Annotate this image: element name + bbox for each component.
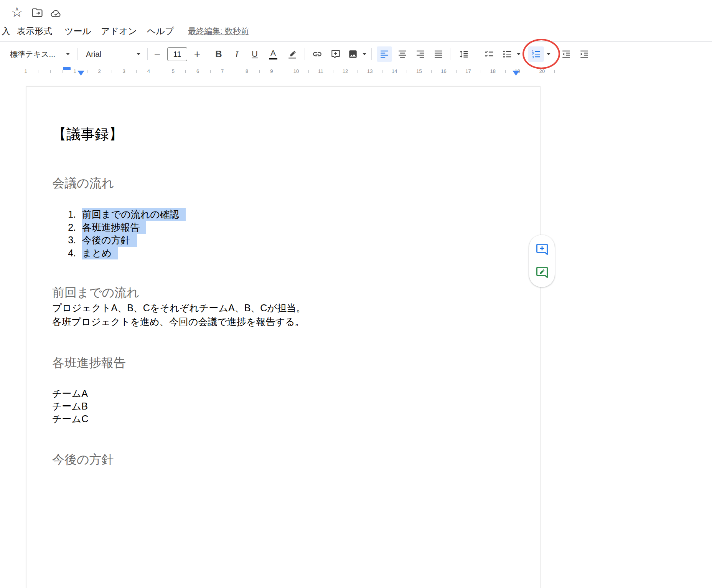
menu-addons[interactable]: アドオン bbox=[101, 24, 137, 38]
paragraph-line[interactable]: 各班プロジェクトを進め、今回の会議で進捗を報告する。 bbox=[52, 315, 305, 329]
font-dropdown[interactable]: Arial bbox=[82, 46, 144, 62]
heading-future-policy[interactable]: 今後の方針 bbox=[52, 452, 114, 467]
toolbar-divider bbox=[208, 48, 208, 60]
agenda-item[interactable]: 4. まとめ bbox=[26, 247, 540, 260]
align-right-button[interactable] bbox=[413, 46, 428, 62]
underline-button[interactable]: U bbox=[247, 46, 262, 62]
toolbar-divider bbox=[450, 48, 450, 60]
agenda-item[interactable]: 2. 各班進捗報告 bbox=[26, 221, 540, 234]
decrease-indent-button[interactable] bbox=[559, 46, 574, 62]
menu-format[interactable]: 表示形式 bbox=[17, 24, 52, 38]
ruler-margin-number: 1 bbox=[24, 66, 27, 77]
align-left-button[interactable] bbox=[377, 46, 392, 62]
ruler-tick bbox=[333, 70, 333, 73]
ruler-tick bbox=[481, 70, 481, 73]
paragraph-style-dropdown[interactable]: 標準テキス... bbox=[7, 46, 73, 62]
text-color-button[interactable]: A bbox=[265, 46, 281, 62]
ruler-number: 1 bbox=[73, 66, 76, 77]
numbered-list-dropdown-arrow[interactable] bbox=[545, 46, 552, 62]
ruler-number: 16 bbox=[441, 66, 446, 77]
ruler-tick bbox=[63, 70, 63, 73]
ruler-number: 5 bbox=[172, 66, 175, 77]
bullet-list-dropdown-arrow[interactable] bbox=[515, 46, 522, 62]
insert-image-dropdown-arrow[interactable] bbox=[361, 46, 368, 62]
ruler-tick bbox=[161, 70, 161, 73]
menu-help[interactable]: ヘルプ bbox=[147, 24, 174, 38]
star-icon[interactable]: ☆ bbox=[11, 4, 23, 21]
menubar: 入 表示形式 ツール アドオン ヘルプ 最終編集: 数秒前 bbox=[0, 24, 712, 38]
paragraph-line[interactable]: プロジェクトA、B、CをそれぞれチームA、B、Cが担当。 bbox=[52, 301, 306, 315]
add-comment-toolbar-button[interactable] bbox=[328, 46, 344, 62]
ruler-tick bbox=[554, 70, 555, 73]
agenda-number: 4. bbox=[59, 247, 76, 260]
justify-button[interactable] bbox=[431, 46, 446, 62]
doc-title[interactable]: 【議事録】 bbox=[52, 126, 123, 143]
bold-button[interactable]: B bbox=[211, 46, 226, 62]
chevron-down-icon bbox=[547, 53, 550, 55]
heading-previous-flow[interactable]: 前回までの流れ bbox=[52, 285, 139, 300]
ruler-tick bbox=[210, 70, 211, 73]
agenda-text-selected[interactable]: 前回までの流れの確認 bbox=[82, 208, 186, 221]
add-comment-button[interactable] bbox=[534, 241, 550, 258]
agenda-item[interactable]: 3. 今後の方針 bbox=[26, 234, 540, 247]
first-line-indent-marker[interactable] bbox=[63, 67, 71, 70]
font-label: Arial bbox=[86, 50, 101, 59]
left-indent-marker[interactable] bbox=[77, 71, 84, 76]
document-page[interactable]: 【議事録】 会議の流れ 1. 前回までの流れの確認 2. 各班進捗報告 3. 今… bbox=[26, 86, 541, 588]
italic-button[interactable]: I bbox=[229, 46, 244, 62]
toolbar-divider bbox=[371, 48, 372, 60]
side-action-pill bbox=[529, 235, 555, 287]
insert-image-button[interactable] bbox=[345, 46, 361, 62]
add-comment-icon bbox=[535, 243, 549, 256]
ruler-tick bbox=[136, 70, 137, 73]
right-indent-marker[interactable] bbox=[513, 71, 519, 76]
font-size-input[interactable]: 11 bbox=[167, 47, 187, 61]
last-edit-link[interactable]: 最終編集: 数秒前 bbox=[188, 24, 249, 38]
agenda-item[interactable]: 1. 前回までの流れの確認 bbox=[26, 208, 540, 221]
decrease-indent-icon bbox=[561, 49, 571, 59]
ruler-tick bbox=[505, 70, 506, 73]
text-color-icon: A bbox=[269, 49, 277, 60]
paragraph-style-label: 標準テキス... bbox=[10, 49, 55, 59]
ruler-number: 6 bbox=[196, 66, 199, 77]
agenda-text-selected[interactable]: 各班進捗報告 bbox=[82, 221, 146, 234]
ruler-number: 4 bbox=[147, 66, 150, 77]
ruler-number: 8 bbox=[246, 66, 248, 77]
font-size-decrease-button[interactable]: − bbox=[150, 46, 164, 62]
team-line[interactable]: チームB bbox=[52, 400, 88, 413]
ruler-number: 2 bbox=[98, 66, 101, 77]
heading-meeting-flow[interactable]: 会議の流れ bbox=[52, 175, 114, 191]
highlight-color-button[interactable] bbox=[284, 46, 300, 62]
ruler-number: 9 bbox=[270, 66, 273, 77]
font-size-increase-button[interactable]: + bbox=[190, 46, 204, 62]
chevron-down-icon bbox=[66, 53, 70, 55]
suggest-edits-button[interactable] bbox=[534, 264, 550, 281]
chevron-down-icon bbox=[137, 53, 140, 55]
heading-progress-report[interactable]: 各班進捗報告 bbox=[52, 355, 126, 370]
agenda-list: 1. 前回までの流れの確認 2. 各班進捗報告 3. 今後の方針 4. まとめ bbox=[26, 208, 540, 259]
agenda-text-selected[interactable]: まとめ bbox=[82, 247, 118, 260]
menu-tools[interactable]: ツール bbox=[64, 24, 91, 38]
ruler-tick bbox=[382, 70, 382, 73]
ruler-tick bbox=[308, 70, 309, 73]
document-canvas: 【議事録】 会議の流れ 1. 前回までの流れの確認 2. 各班進捗報告 3. 今… bbox=[0, 77, 712, 588]
agenda-text-selected[interactable]: 今後の方針 bbox=[82, 234, 137, 247]
line-spacing-button[interactable] bbox=[456, 46, 472, 62]
team-line[interactable]: チームC bbox=[52, 413, 88, 425]
cloud-saved-icon[interactable] bbox=[50, 8, 62, 19]
numbered-list-button[interactable]: 1 2 3 bbox=[528, 46, 544, 62]
align-center-button[interactable] bbox=[395, 46, 410, 62]
numbered-list-icon: 1 2 3 bbox=[531, 49, 541, 59]
google-docs-window: ☆ 入 表示形式 ツール アドオン ヘルプ 最終編集: 数秒前 標準テキス... bbox=[0, 0, 712, 588]
move-folder-icon[interactable] bbox=[31, 7, 43, 18]
insert-link-button[interactable] bbox=[309, 46, 325, 62]
team-line[interactable]: チームA bbox=[52, 387, 88, 400]
bullet-list-button[interactable] bbox=[499, 46, 515, 62]
increase-indent-button[interactable] bbox=[577, 46, 592, 62]
checklist-button[interactable] bbox=[481, 46, 497, 62]
chevron-down-icon bbox=[363, 53, 366, 55]
ruler-tick bbox=[456, 70, 457, 73]
menu-insert[interactable]: 入 bbox=[2, 24, 10, 38]
ruler-number: 11 bbox=[318, 66, 323, 77]
suggest-edits-pencil-icon bbox=[535, 266, 549, 279]
